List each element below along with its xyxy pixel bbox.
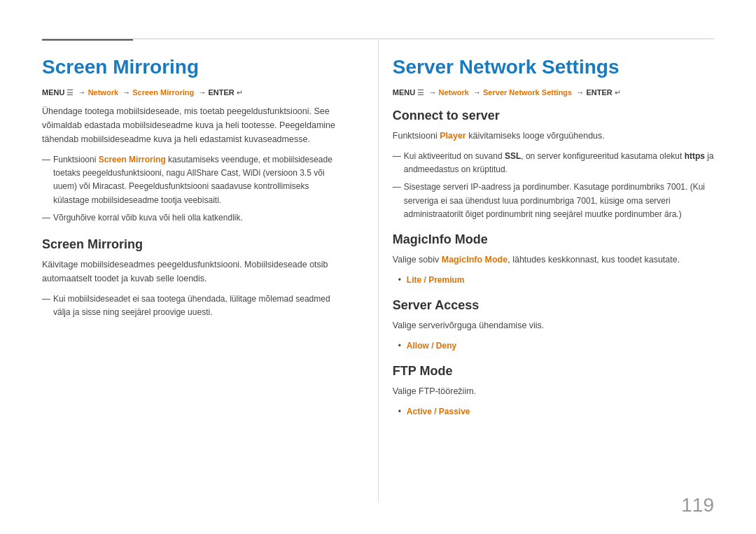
connect-body: Funktsiooni Player käivitamiseks looge v…	[393, 129, 714, 143]
right-menu-path: MENU ☰ → Network → Server Network Settin…	[393, 88, 714, 97]
left-section-title: Screen Mirroring	[42, 56, 337, 78]
ftp-mode-title: FTP Mode	[393, 364, 714, 379]
player-bold: Player	[440, 131, 466, 141]
arrow-left-1: →	[78, 88, 86, 97]
ssl-bold: SSL	[505, 151, 521, 161]
menu-network-left: Network	[88, 88, 118, 97]
enter-icon-left: ↵	[237, 88, 243, 97]
allow-deny-text: Allow / Deny	[407, 341, 456, 351]
menu-server-network: Server Network Settings	[483, 88, 572, 97]
arrow-left-2: →	[122, 88, 130, 97]
menu-icon-left: ☰	[66, 88, 74, 97]
menu-label: MENU	[42, 88, 66, 97]
lite-premium-text: Lite / Premium	[407, 275, 465, 285]
enter-left: ENTER	[208, 88, 234, 97]
enter-icon-right: ↵	[615, 88, 621, 97]
menu-icon-right: ☰	[417, 88, 424, 97]
magicinfo-bullet-1: Lite / Premium	[393, 274, 714, 287]
screen-mirroring-subsection-title: Screen Mirroring	[42, 237, 337, 252]
magicinfo-body: Valige sobiv MagicInfo Mode, lähtudes ke…	[393, 253, 714, 267]
active-passive-text: Active / Passive	[407, 407, 470, 416]
https-bold: https	[685, 151, 705, 161]
server-access-body: Valige serverivõrguga ühendamise viis.	[393, 318, 714, 332]
left-dash-item-1: Funktsiooni Screen Mirroring kasutamisek…	[42, 153, 337, 207]
arrow-left-3: →	[198, 88, 206, 97]
screen-mirroring-dash-1: Kui mobiilsideseadet ei saa tootega ühen…	[42, 293, 337, 319]
column-divider	[378, 38, 379, 503]
connect-to-server-title: Connect to server	[393, 108, 714, 123]
ftp-mode-body: Valige FTP-töörežiim.	[393, 384, 714, 398]
left-menu-path: MENU ☰ → Network → Screen Mirroring → EN…	[42, 88, 337, 97]
enter-right: ENTER	[586, 88, 612, 97]
screen-mirroring-body: Käivitage mobiilsideseadmes peegeldusfun…	[42, 258, 337, 286]
left-dash-item-2: Võrguhõive korral võib kuva või heli oll…	[42, 211, 337, 225]
right-column: Server Network Settings MENU ☰ → Network…	[365, 28, 714, 506]
right-section-title: Server Network Settings	[393, 56, 714, 78]
left-column: Screen Mirroring MENU ☰ → Network → Scre…	[42, 28, 365, 506]
server-access-bullet-1: Allow / Deny	[393, 339, 714, 353]
magicinfo-bold: MagicInfo Mode	[442, 255, 507, 265]
connect-dash-2: Sisestage serveri IP-aadress ja pordinum…	[393, 181, 714, 221]
menu-screen-mirroring: Screen Mirroring	[132, 88, 194, 97]
page-number: 119	[681, 494, 714, 517]
connect-dash-1: Kui aktiveeritud on suvand SSL, on serve…	[393, 150, 714, 176]
menu-label-right: MENU	[393, 88, 417, 97]
left-intro-text: Ühendage tootega mobiilsideseade, mis to…	[42, 104, 337, 146]
arrow-right-2: →	[473, 88, 481, 97]
arrow-right-3: →	[576, 88, 584, 97]
ftp-mode-bullet-1: Active / Passive	[393, 405, 714, 419]
screen-mirroring-bold: Screen Mirroring	[99, 155, 166, 164]
menu-network-right: Network	[438, 88, 468, 97]
arrow-right-1: →	[428, 88, 436, 97]
magicinfo-mode-title: MagicInfo Mode	[393, 232, 714, 247]
server-access-title: Server Access	[393, 298, 714, 313]
